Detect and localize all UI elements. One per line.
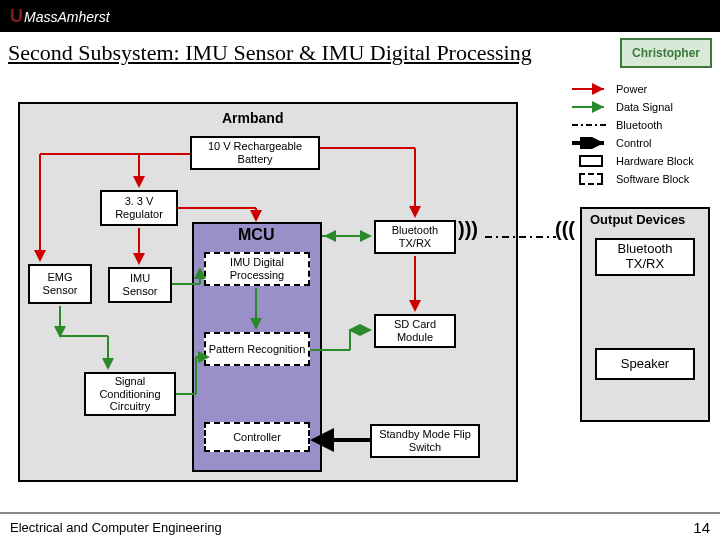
author-badge: Christopher <box>620 38 712 68</box>
umass-logo: UMassAmherst <box>10 6 110 27</box>
header-bar: UMassAmherst <box>0 0 720 32</box>
footer: Electrical and Computer Engineering 14 <box>0 512 720 540</box>
diagram-canvas: Power Data Signal Bluetooth Control Hard… <box>0 72 720 507</box>
page-number: 14 <box>693 519 710 536</box>
footer-dept: Electrical and Computer Engineering <box>10 520 222 535</box>
umass-u-icon: U <box>10 6 23 26</box>
umass-text: MassAmherst <box>24 9 110 25</box>
arrows-layer <box>0 72 720 507</box>
title-row: Second Subsystem: IMU Sensor & IMU Digit… <box>0 32 720 72</box>
slide-title: Second Subsystem: IMU Sensor & IMU Digit… <box>8 40 620 66</box>
